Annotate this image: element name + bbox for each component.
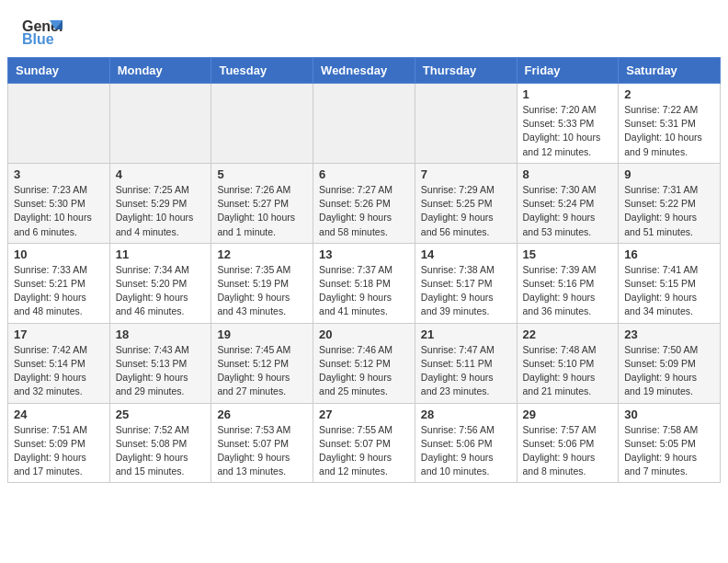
day-number: 7 bbox=[421, 167, 511, 181]
week-row-1: 1Sunrise: 7:20 AM Sunset: 5:33 PM Daylig… bbox=[8, 84, 721, 164]
day-info: Sunrise: 7:30 AM Sunset: 5:24 PM Dayligh… bbox=[523, 183, 613, 239]
day-info: Sunrise: 7:46 AM Sunset: 5:12 PM Dayligh… bbox=[319, 343, 409, 399]
day-number: 10 bbox=[14, 247, 104, 261]
day-cell bbox=[8, 84, 110, 164]
day-cell: 8Sunrise: 7:30 AM Sunset: 5:24 PM Daylig… bbox=[517, 163, 619, 243]
day-cell: 28Sunrise: 7:56 AM Sunset: 5:06 PM Dayli… bbox=[415, 403, 517, 483]
day-cell: 17Sunrise: 7:42 AM Sunset: 5:14 PM Dayli… bbox=[8, 323, 110, 403]
day-cell: 6Sunrise: 7:27 AM Sunset: 5:26 PM Daylig… bbox=[313, 163, 415, 243]
day-info: Sunrise: 7:47 AM Sunset: 5:11 PM Dayligh… bbox=[421, 343, 511, 399]
day-info: Sunrise: 7:27 AM Sunset: 5:26 PM Dayligh… bbox=[319, 183, 409, 239]
day-cell: 30Sunrise: 7:58 AM Sunset: 5:05 PM Dayli… bbox=[619, 403, 721, 483]
day-cell bbox=[313, 84, 415, 164]
day-number: 4 bbox=[116, 167, 206, 181]
calendar-table: SundayMondayTuesdayWednesdayThursdayFrid… bbox=[7, 57, 721, 483]
weekday-tuesday: Tuesday bbox=[211, 58, 313, 84]
day-number: 22 bbox=[523, 327, 613, 341]
day-number: 25 bbox=[116, 408, 206, 421]
day-cell: 18Sunrise: 7:43 AM Sunset: 5:13 PM Dayli… bbox=[109, 323, 211, 403]
day-info: Sunrise: 7:25 AM Sunset: 5:29 PM Dayligh… bbox=[116, 183, 206, 239]
day-number: 27 bbox=[319, 408, 409, 421]
day-number: 28 bbox=[421, 408, 511, 421]
day-cell: 5Sunrise: 7:26 AM Sunset: 5:27 PM Daylig… bbox=[211, 163, 313, 243]
day-cell: 23Sunrise: 7:50 AM Sunset: 5:09 PM Dayli… bbox=[619, 323, 721, 403]
day-cell bbox=[415, 84, 517, 164]
day-info: Sunrise: 7:35 AM Sunset: 5:19 PM Dayligh… bbox=[217, 263, 307, 319]
day-cell bbox=[109, 84, 211, 164]
day-cell: 7Sunrise: 7:29 AM Sunset: 5:25 PM Daylig… bbox=[415, 163, 517, 243]
day-cell: 11Sunrise: 7:34 AM Sunset: 5:20 PM Dayli… bbox=[109, 243, 211, 323]
day-number: 29 bbox=[523, 408, 613, 421]
weekday-sunday: Sunday bbox=[8, 58, 110, 84]
day-number: 11 bbox=[116, 247, 206, 261]
day-number: 19 bbox=[217, 327, 307, 341]
day-cell: 24Sunrise: 7:51 AM Sunset: 5:09 PM Dayli… bbox=[8, 403, 110, 483]
day-cell: 4Sunrise: 7:25 AM Sunset: 5:29 PM Daylig… bbox=[109, 163, 211, 243]
day-cell: 12Sunrise: 7:35 AM Sunset: 5:19 PM Dayli… bbox=[211, 243, 313, 323]
day-info: Sunrise: 7:39 AM Sunset: 5:16 PM Dayligh… bbox=[523, 263, 613, 319]
day-cell: 10Sunrise: 7:33 AM Sunset: 5:21 PM Dayli… bbox=[8, 243, 110, 323]
day-number: 17 bbox=[14, 327, 104, 341]
day-cell: 26Sunrise: 7:53 AM Sunset: 5:07 PM Dayli… bbox=[211, 403, 313, 483]
day-info: Sunrise: 7:53 AM Sunset: 5:07 PM Dayligh… bbox=[217, 423, 307, 479]
day-info: Sunrise: 7:48 AM Sunset: 5:10 PM Dayligh… bbox=[523, 343, 613, 399]
svg-text:Blue: Blue bbox=[22, 31, 54, 47]
week-row-5: 24Sunrise: 7:51 AM Sunset: 5:09 PM Dayli… bbox=[8, 403, 721, 483]
day-info: Sunrise: 7:56 AM Sunset: 5:06 PM Dayligh… bbox=[421, 423, 511, 479]
day-info: Sunrise: 7:45 AM Sunset: 5:12 PM Dayligh… bbox=[217, 343, 307, 399]
week-row-2: 3Sunrise: 7:23 AM Sunset: 5:30 PM Daylig… bbox=[8, 163, 721, 243]
day-number: 24 bbox=[14, 408, 104, 421]
day-cell: 1Sunrise: 7:20 AM Sunset: 5:33 PM Daylig… bbox=[517, 84, 619, 164]
day-cell: 3Sunrise: 7:23 AM Sunset: 5:30 PM Daylig… bbox=[8, 163, 110, 243]
weekday-header-row: SundayMondayTuesdayWednesdayThursdayFrid… bbox=[8, 58, 721, 84]
day-info: Sunrise: 7:41 AM Sunset: 5:15 PM Dayligh… bbox=[624, 263, 714, 319]
day-info: Sunrise: 7:31 AM Sunset: 5:22 PM Dayligh… bbox=[624, 183, 714, 239]
day-number: 14 bbox=[421, 247, 511, 261]
day-cell: 29Sunrise: 7:57 AM Sunset: 5:06 PM Dayli… bbox=[517, 403, 619, 483]
day-info: Sunrise: 7:23 AM Sunset: 5:30 PM Dayligh… bbox=[14, 183, 104, 239]
day-info: Sunrise: 7:57 AM Sunset: 5:06 PM Dayligh… bbox=[523, 423, 613, 479]
day-cell: 22Sunrise: 7:48 AM Sunset: 5:10 PM Dayli… bbox=[517, 323, 619, 403]
day-info: Sunrise: 7:52 AM Sunset: 5:08 PM Dayligh… bbox=[116, 423, 206, 479]
day-cell: 2Sunrise: 7:22 AM Sunset: 5:31 PM Daylig… bbox=[619, 84, 721, 164]
day-number: 13 bbox=[319, 247, 409, 261]
weekday-friday: Friday bbox=[517, 58, 619, 84]
weekday-saturday: Saturday bbox=[619, 58, 721, 84]
day-number: 21 bbox=[421, 327, 511, 341]
week-row-3: 10Sunrise: 7:33 AM Sunset: 5:21 PM Dayli… bbox=[8, 243, 721, 323]
day-info: Sunrise: 7:43 AM Sunset: 5:13 PM Dayligh… bbox=[116, 343, 206, 399]
day-number: 3 bbox=[14, 167, 104, 181]
day-cell: 21Sunrise: 7:47 AM Sunset: 5:11 PM Dayli… bbox=[415, 323, 517, 403]
day-info: Sunrise: 7:42 AM Sunset: 5:14 PM Dayligh… bbox=[14, 343, 104, 399]
logo-icon: General Blue bbox=[22, 17, 63, 50]
weekday-thursday: Thursday bbox=[415, 58, 517, 84]
day-number: 5 bbox=[217, 167, 307, 181]
day-info: Sunrise: 7:33 AM Sunset: 5:21 PM Dayligh… bbox=[14, 263, 104, 319]
day-number: 1 bbox=[523, 87, 613, 101]
day-info: Sunrise: 7:58 AM Sunset: 5:05 PM Dayligh… bbox=[624, 423, 714, 479]
day-cell bbox=[211, 84, 313, 164]
day-info: Sunrise: 7:20 AM Sunset: 5:33 PM Dayligh… bbox=[523, 103, 613, 159]
logo: General Blue bbox=[22, 17, 66, 50]
day-number: 20 bbox=[319, 327, 409, 341]
day-info: Sunrise: 7:38 AM Sunset: 5:17 PM Dayligh… bbox=[421, 263, 511, 319]
day-cell: 20Sunrise: 7:46 AM Sunset: 5:12 PM Dayli… bbox=[313, 323, 415, 403]
weekday-monday: Monday bbox=[109, 58, 211, 84]
day-number: 26 bbox=[217, 408, 307, 421]
day-cell: 27Sunrise: 7:55 AM Sunset: 5:07 PM Dayli… bbox=[313, 403, 415, 483]
day-cell: 9Sunrise: 7:31 AM Sunset: 5:22 PM Daylig… bbox=[619, 163, 721, 243]
day-info: Sunrise: 7:34 AM Sunset: 5:20 PM Dayligh… bbox=[116, 263, 206, 319]
day-number: 30 bbox=[624, 408, 714, 421]
day-cell: 14Sunrise: 7:38 AM Sunset: 5:17 PM Dayli… bbox=[415, 243, 517, 323]
day-number: 12 bbox=[217, 247, 307, 261]
day-cell: 13Sunrise: 7:37 AM Sunset: 5:18 PM Dayli… bbox=[313, 243, 415, 323]
day-info: Sunrise: 7:55 AM Sunset: 5:07 PM Dayligh… bbox=[319, 423, 409, 479]
day-cell: 19Sunrise: 7:45 AM Sunset: 5:12 PM Dayli… bbox=[211, 323, 313, 403]
day-cell: 15Sunrise: 7:39 AM Sunset: 5:16 PM Dayli… bbox=[517, 243, 619, 323]
day-cell: 16Sunrise: 7:41 AM Sunset: 5:15 PM Dayli… bbox=[619, 243, 721, 323]
page-header: General Blue bbox=[0, 0, 728, 57]
weekday-wednesday: Wednesday bbox=[313, 58, 415, 84]
day-number: 9 bbox=[624, 167, 714, 181]
day-info: Sunrise: 7:51 AM Sunset: 5:09 PM Dayligh… bbox=[14, 423, 104, 479]
day-number: 2 bbox=[624, 87, 714, 101]
